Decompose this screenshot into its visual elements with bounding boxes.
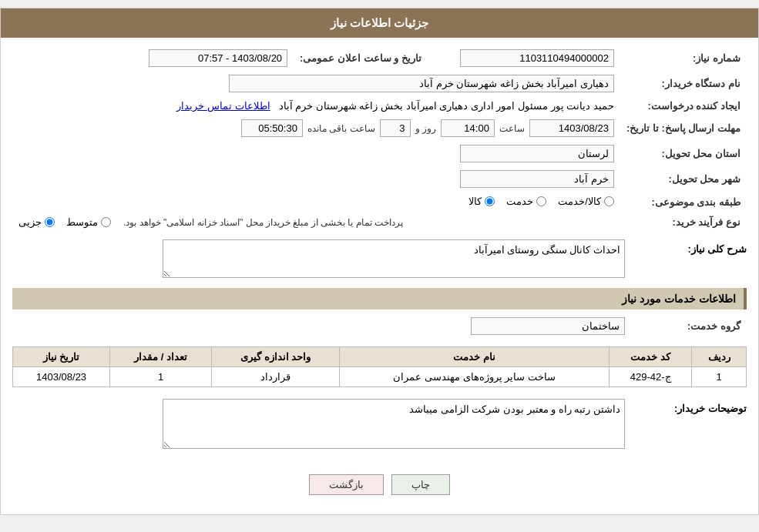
date-time-input[interactable] — [149, 49, 287, 67]
province-label: استان محل تحویل: — [620, 141, 747, 166]
deadline-time-input[interactable] — [441, 119, 495, 137]
contact-link[interactable]: اطلاعات تماس خریدار — [176, 100, 270, 112]
col-header-row: ردیف — [692, 347, 747, 367]
city-input[interactable] — [460, 170, 614, 188]
deadline-time-label: ساعت — [499, 123, 525, 134]
category-option-khedmat[interactable]: خدمت — [506, 196, 546, 207]
col-header-qty: تعداد / مقدار — [110, 347, 212, 367]
province-input[interactable] — [460, 145, 614, 162]
buyer-org-label: نام دستگاه خریدار: — [620, 71, 747, 96]
deadline-days-input[interactable] — [380, 119, 411, 137]
table-row: 1 ج-42-429 ساخت سایر پروژه‌های مهندسی عم… — [13, 367, 747, 387]
row-date: 1403/08/23 — [13, 367, 110, 387]
row-name: ساخت سایر پروژه‌های مهندسی عمران — [340, 367, 610, 387]
col-header-date: تاریخ نیاز — [13, 347, 110, 367]
back-button[interactable]: بازگشت — [309, 474, 384, 495]
purchase-type-option-motavaset[interactable]: متوسط — [66, 216, 111, 228]
col-header-name: نام خدمت — [340, 347, 610, 367]
buyer-notes-label: توضیحات خریدار: — [631, 399, 747, 414]
purchase-type-note: پرداخت تمام یا بخشی از مبلغ خریداز محل "… — [123, 217, 403, 228]
city-label: شهر محل تحویل: — [620, 166, 747, 192]
category-option-kala-khedmat[interactable]: کالا/خدمت — [558, 196, 614, 207]
service-group-label: گروه خدمت: — [631, 313, 747, 339]
col-header-code: کد خدمت — [609, 347, 691, 367]
deadline-label: مهلت ارسال پاسخ: تا تاریخ: — [620, 115, 747, 141]
row-quantity: 1 — [110, 367, 212, 387]
announcement-number-label: شماره نیاز: — [620, 45, 747, 71]
service-group-input[interactable] — [471, 317, 625, 335]
services-section-title: اطلاعات خدمات مورد نیاز — [12, 288, 747, 309]
print-button[interactable]: چاپ — [391, 474, 450, 495]
purchase-type-label: نوع فرآیند خرید: — [620, 212, 747, 232]
description-label: شرح کلی نیاز: — [631, 239, 747, 255]
date-time-label: تاریخ و ساعت اعلان عمومی: — [294, 45, 428, 71]
deadline-days-label: روز و — [415, 123, 436, 134]
buyer-notes-textarea[interactable]: داشتن رتبه راه و معتبر بودن شرکت الزامی … — [163, 399, 625, 449]
row-unit: قرارداد — [212, 367, 340, 387]
requester-label: ایجاد کننده درخواست: — [620, 96, 747, 115]
announcement-number-input[interactable] — [460, 49, 614, 67]
category-label: طبقه بندی موضوعی: — [620, 192, 747, 212]
row-code: ج-42-429 — [609, 367, 691, 387]
deadline-remaining-input[interactable] — [241, 119, 303, 137]
buyer-org-input[interactable] — [229, 75, 614, 92]
col-header-unit: واحد اندازه گیری — [212, 347, 340, 367]
deadline-remaining-label: ساعت باقی مانده — [307, 123, 375, 134]
requester-value: حمید دیانت پور مسئول امور اداری دهیاری ا… — [279, 100, 614, 112]
row-number: 1 — [692, 367, 747, 387]
page-title: جزئیات اطلاعات نیاز — [1, 8, 758, 38]
deadline-date-input[interactable] — [529, 119, 614, 137]
description-textarea[interactable]: احداث کانال سنگی روستای امیرآباد — [163, 239, 625, 278]
purchase-type-option-jozi[interactable]: جزیی — [18, 216, 55, 228]
category-option-kala[interactable]: کالا — [468, 196, 495, 207]
